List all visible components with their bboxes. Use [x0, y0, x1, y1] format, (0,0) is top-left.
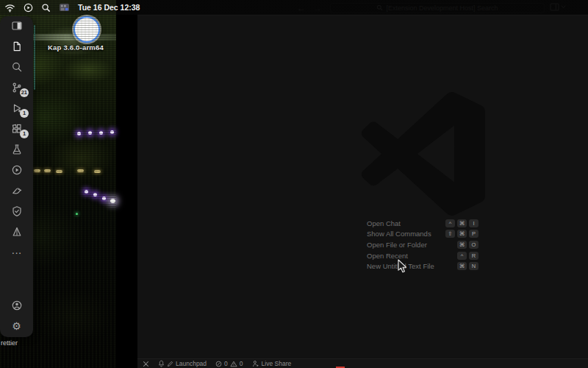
spotlight-search-icon[interactable] [41, 3, 51, 13]
wifi-icon[interactable] [4, 3, 15, 13]
key-chip: ^ [445, 219, 455, 227]
pencil-icon [167, 361, 173, 367]
remote-x-icon [143, 361, 149, 367]
activity-bar: 21 1 1 ··· ⚙ [0, 16, 33, 337]
video-taxi-light [56, 170, 62, 173]
video-light-dot [76, 213, 78, 215]
shortcut-label: Open Chat [367, 219, 401, 227]
key-chip: ^ [457, 252, 467, 260]
video-light-dot [85, 190, 88, 194]
prettier-status-label[interactable]: rettier [1, 339, 18, 347]
bell-icon [158, 360, 165, 367]
key-chip: ⌘ [457, 262, 467, 270]
key-chip: ⌘ [457, 241, 467, 249]
launchpad-label: Launchpad [176, 360, 207, 367]
search-icon[interactable] [0, 59, 33, 75]
remote-indicator[interactable] [143, 361, 149, 367]
live-share-status-item[interactable]: Live Share [252, 360, 292, 367]
video-light-dot [110, 199, 115, 203]
kap-version-label: Kap 3.6.0-arm64 [35, 43, 116, 52]
explorer-icon[interactable] [0, 38, 33, 54]
video-taxi-light [77, 169, 84, 172]
error-circle-icon [215, 361, 222, 367]
launchpad-status-item[interactable]: Launchpad [158, 360, 207, 367]
mouse-cursor [397, 259, 407, 274]
video-taxi-light [44, 169, 51, 172]
source-control-icon[interactable]: 21 [0, 79, 33, 96]
live-share-icon [252, 360, 259, 367]
vscode-logo-watermark [362, 92, 485, 216]
status-bar: Launchpad 0 0 Live Share [137, 358, 588, 368]
copilot-bird-icon[interactable] [0, 183, 33, 199]
input-source-icon[interactable] [59, 3, 70, 12]
video-light-dot [102, 197, 106, 200]
extensions-icon[interactable]: 1 [0, 121, 33, 137]
shortcut-row: Open File or Folder ⌘O [367, 239, 478, 250]
key-chip: I [469, 219, 478, 227]
settings-gear-icon[interactable]: ⚙ [0, 318, 33, 334]
video-taxi-light [94, 170, 101, 173]
more-icon[interactable]: ··· [0, 244, 33, 261]
kap-record-button[interactable] [74, 16, 100, 43]
key-chip: ⌘ [457, 230, 467, 238]
shortcut-row: Open Recent ^R [367, 250, 478, 261]
warnings-count: 0 [240, 360, 243, 367]
key-chip: R [469, 252, 478, 260]
shortcut-label: Open Recent [367, 252, 408, 260]
shortcut-row: Open Chat ^⌘I [367, 218, 478, 229]
prism-icon[interactable] [0, 224, 33, 240]
key-chip: ⌘ [457, 219, 467, 227]
shield-check-icon[interactable] [0, 203, 33, 219]
macos-menubar: Tue 16 Dec 12:38 [0, 0, 588, 15]
menubar-clock[interactable]: Tue 16 Dec 12:38 [78, 3, 140, 12]
run-circle-icon[interactable] [0, 162, 33, 178]
key-chip: ⇧ [445, 230, 455, 238]
kap-record-menu-icon[interactable] [24, 3, 33, 13]
video-light-dot [99, 131, 103, 135]
key-chip: N [469, 262, 478, 270]
testing-beaker-icon[interactable] [0, 141, 33, 158]
editor-area: Open Chat ^⌘I Show All Commands ⇧⌘P Open… [137, 15, 588, 358]
run-and-debug-icon[interactable]: 1 [0, 100, 33, 116]
source-control-badge: 21 [20, 88, 29, 97]
shortcut-row: New Untitled Text File ⌘N [367, 261, 478, 272]
video-light-dot [77, 132, 81, 135]
live-share-label: Live Share [262, 360, 292, 367]
watermark-shortcuts: Open Chat ^⌘I Show All Commands ⇧⌘P Open… [367, 218, 478, 272]
account-icon[interactable] [0, 297, 33, 314]
video-taxi-light [34, 169, 40, 172]
video-light-dot [93, 193, 97, 197]
video-light-dot [110, 130, 114, 134]
video-teal-detail [34, 25, 35, 90]
screen: Kap 3.6.0-arm64 Tue 16 Dec 12:38 21 [0, 0, 588, 368]
shortcut-label: Show All Commands [367, 230, 431, 238]
problems-status-item[interactable]: 0 0 [215, 360, 243, 367]
shortcut-label: Open File or Folder [367, 241, 427, 249]
shortcut-row: Show All Commands ⇧⌘P [367, 229, 478, 240]
vscode-window: ← → [Extension Development Host] Search … [137, 0, 588, 368]
errors-count: 0 [224, 360, 228, 367]
key-chip: P [469, 230, 478, 238]
video-light-dot [88, 131, 92, 135]
debug-badge: 1 [20, 109, 29, 118]
warning-triangle-icon [230, 361, 237, 367]
extensions-badge: 1 [20, 130, 29, 138]
key-chip: O [469, 241, 478, 249]
layout-sidebar-icon[interactable] [0, 18, 33, 34]
